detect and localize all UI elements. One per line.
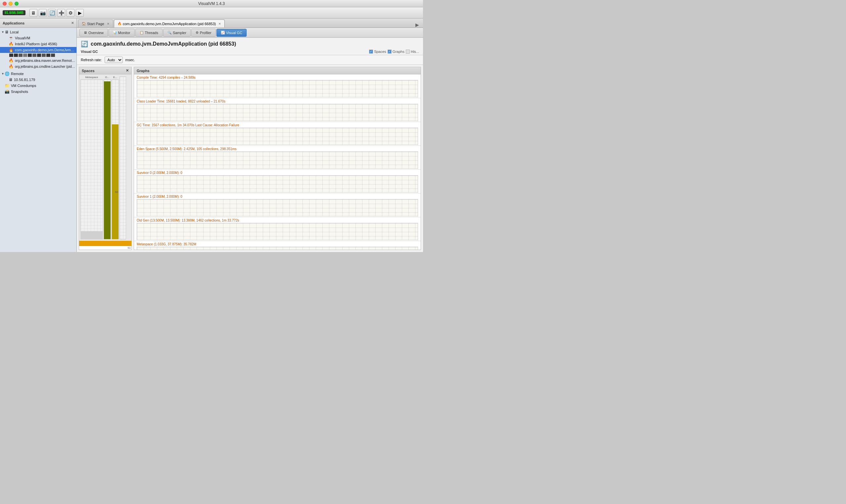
nav-tab-profiler[interactable]: ⚙ Profiler: [191, 29, 216, 37]
compile-time-grid: [137, 80, 418, 97]
gc-time-graph: [137, 128, 418, 145]
tab-demo-app[interactable]: 🔥 com.gaoxinfu.demo.jvm.DemoJvmApplicati…: [114, 19, 225, 28]
spaces-close-icon[interactable]: ✕: [126, 69, 129, 73]
tree-item-snapshots[interactable]: 📸 Snapshots: [0, 89, 76, 94]
local-expand-icon: ▼: [1, 31, 5, 34]
eden-label: E...: [111, 76, 119, 79]
tab-right-arrow[interactable]: ▶: [413, 22, 422, 28]
main-layout: Applications ✕ ▼ 🖥 Local ☕ VisualVM 🔥: [0, 19, 423, 252]
tree-item-remote[interactable]: ▼ 🌐 Remote: [0, 71, 76, 77]
tree-item-ip[interactable]: 🖥 10.56.81.179: [0, 77, 76, 83]
nav-tabs: 🖥 Overview 📊 Monitor 📋 Threads 🔍 Sampler…: [77, 28, 423, 38]
minimize-button[interactable]: [8, 2, 13, 6]
metaspace-graph-title: Metaspace (1.033G, 37.875M): 35.782M: [137, 242, 418, 246]
sampler-icon: 🔍: [168, 31, 171, 34]
oldgen-column: O...: [104, 76, 111, 239]
applications-title: Applications: [3, 21, 24, 25]
graph-eden-space: Eden Space (5.500M, 2.500M): 2.425M, 105…: [134, 146, 421, 170]
demo-label: com.gaoxinfu.demo.jvm.DemoJvmApplication…: [15, 48, 75, 52]
visual-gc-label: Visual GC: [226, 31, 242, 35]
nav-tab-threads[interactable]: 📋 Threads: [135, 29, 162, 37]
gc-time-grid: [137, 128, 418, 145]
toolbar-btn-4[interactable]: ➕: [57, 9, 65, 17]
compile-time-title: Compile Time: 4294 compiles – 24.589s: [137, 76, 418, 79]
graph-class-loader: Class Loader Time: 15681 loaded, 8822 un…: [134, 98, 421, 122]
maximize-button[interactable]: [15, 2, 19, 6]
color-block: [37, 54, 41, 57]
start-page-icon: 🏠: [82, 22, 86, 25]
toolbar-btn-1[interactable]: 🖥: [30, 9, 37, 17]
toolbar-btn-5[interactable]: ⚙: [67, 9, 74, 17]
tree-item-maven[interactable]: 🔥 org.jetbrains.idea.maven.server.Remote…: [0, 57, 76, 64]
metaspace-fill: [81, 231, 103, 239]
graphs-checkbox[interactable]: ✓: [387, 50, 392, 54]
refresh-select[interactable]: Auto 100 200 500 1000 2000: [105, 57, 123, 63]
metaspace-label: Metaspace: [81, 76, 103, 79]
spaces-checkbox[interactable]: ✓: [369, 50, 373, 54]
monitor-label: Monitor: [118, 31, 131, 35]
checkbox-spaces[interactable]: ✓ Spaces: [369, 50, 386, 54]
tree-item-demo[interactable]: 🔥 com.gaoxinfu.demo.jvm.DemoJvmApplicati…: [0, 47, 76, 53]
maven-label: org.jetbrains.idea.maven.server.RemoteMa…: [15, 59, 75, 62]
title-bar: VisualVM 1.4.3: [0, 0, 423, 7]
eden-bar: [111, 79, 119, 239]
toolbar-btn-3[interactable]: 🔄: [48, 9, 56, 17]
eden-fill: [112, 124, 119, 239]
metaspace-column: Metaspace: [81, 76, 103, 239]
tree-item-local[interactable]: ▼ 🖥 Local: [0, 29, 76, 35]
survivor0-grid: [137, 176, 418, 192]
toolbar-btn-2[interactable]: 📷: [39, 9, 47, 17]
survivor1-grid: [137, 199, 418, 216]
s0-side-label: S0: [115, 191, 118, 194]
graph-gc-time: GC Time: 1567 collections, 1m 34.070s La…: [134, 122, 421, 146]
compile-time-graph: [137, 80, 418, 97]
graphs-checkbox-label: Graphs: [393, 50, 404, 54]
coredumps-label: VM Coredumps: [11, 84, 36, 88]
applications-panel-close[interactable]: ✕: [71, 21, 74, 25]
checkbox-histogram[interactable]: His...: [406, 50, 419, 54]
demo-app-close[interactable]: ✕: [219, 22, 221, 25]
oldgen-bar: [104, 79, 111, 239]
graphs-title: Graphs: [137, 69, 150, 73]
histogram-checkbox[interactable]: [406, 50, 410, 54]
spaces-panel: Spaces ✕ Metaspace: [79, 67, 132, 250]
threads-label: Threads: [145, 31, 158, 35]
metaspace-graph-grid: [137, 247, 418, 250]
local-label: Local: [10, 30, 19, 34]
checkbox-group: ✓ Spaces ✓ Graphs His...: [369, 50, 419, 54]
tree-item-coredumps[interactable]: 📁 VM Coredumps: [0, 83, 76, 89]
checkbox-graphs[interactable]: ✓ Graphs: [387, 50, 404, 54]
nav-tab-monitor[interactable]: 📊 Monitor: [108, 29, 135, 37]
survivor1-title: Survivor 1 (2.000M, 2.000M): 0: [137, 195, 418, 198]
sampler-label: Sampler: [173, 31, 186, 35]
coredumps-icon: 📁: [5, 83, 10, 88]
spaces-bottom-bar: [79, 241, 132, 246]
tree-item-visualvm[interactable]: ☕ VisualVM: [0, 35, 76, 41]
color-block: [19, 54, 22, 57]
metaspace-graph: [137, 247, 418, 250]
tree-item-intellij[interactable]: 🔥 IntelliJ Platform (pid 4596): [0, 41, 76, 47]
memory-display: 81.8/98.5MB: [3, 10, 25, 15]
window-title: VisualVM 1.4.3: [198, 1, 225, 6]
tab-start-page[interactable]: 🏠 Start Page ✕: [78, 19, 113, 28]
start-page-close[interactable]: ✕: [107, 22, 109, 25]
tree-item-launcher[interactable]: 🔥 org.jetbrains.jps.cmdline.Launcher (pi…: [0, 64, 76, 69]
visualvm-icon: ☕: [8, 36, 14, 40]
refresh-unit: msec.: [125, 58, 135, 62]
visualvm-label: VisualVM: [15, 36, 30, 40]
nav-tab-visual-gc[interactable]: 📈 Visual GC: [217, 29, 246, 37]
toolbar-btn-6[interactable]: ▶: [76, 9, 84, 17]
intellij-icon: 🔥: [8, 42, 14, 46]
nav-tab-sampler[interactable]: 🔍 Sampler: [163, 29, 191, 37]
overview-label: Overview: [88, 31, 104, 35]
graph-metaspace: Metaspace (1.033G, 37.875M): 35.782M: [134, 241, 421, 250]
eden-space-title: Eden Space (5.500M, 2.500M): 2.425M, 105…: [137, 147, 418, 151]
color-block: [32, 54, 36, 57]
color-block: [14, 54, 18, 57]
snapshots-label: Snapshots: [11, 90, 28, 94]
monitor-icon: 📊: [113, 31, 117, 34]
close-button[interactable]: [3, 2, 6, 6]
nav-tab-overview[interactable]: 🖥 Overview: [80, 29, 108, 37]
graph-compile-time: Compile Time: 4294 compiles – 24.589s: [134, 74, 421, 98]
old-gen-title: Old Gen (13.500M, 13.500M): 13.388M, 146…: [137, 219, 418, 222]
